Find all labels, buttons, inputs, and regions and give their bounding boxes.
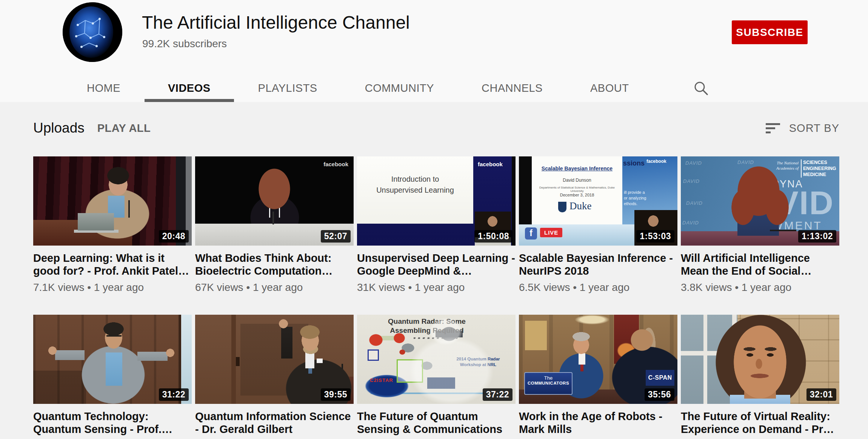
slide-date: December 3, 2018	[534, 193, 620, 197]
panel-caption-line: ethods.	[624, 201, 646, 207]
panel-caption-line: or analyzing	[624, 195, 646, 201]
channel-title: The Artificial Intelligence Channel	[142, 12, 410, 33]
search-icon	[693, 80, 709, 96]
video-title[interactable]: The Future of Virtual Reality: Experienc…	[681, 410, 839, 436]
panel-caption-line: ill provide a	[624, 190, 646, 195]
video-thumbnail[interactable]: 20:48	[33, 156, 192, 246]
video-title[interactable]: Will Artificial Intelligence Mean the En…	[681, 252, 839, 277]
video-card[interactable]: Introduction to Unsupervised Learning fa…	[357, 156, 516, 294]
slide-affiliation: Departments of Statistical Science & Mat…	[534, 186, 620, 193]
slide-title-line1: Introduction to	[357, 174, 473, 185]
duration-badge: 32:01	[806, 388, 836, 401]
tab-about[interactable]: ABOUT	[567, 74, 652, 102]
video-meta: 7.1K views • 1 year ago	[33, 281, 192, 294]
video-card[interactable]: Quantum Radar: Some Assembling Required …	[357, 315, 516, 439]
video-card[interactable]: 39:55 Quantum Information Science - Dr. …	[195, 315, 354, 439]
sort-by-button[interactable]: SORT BY	[766, 122, 839, 134]
video-card[interactable]: 20:48 Deep Learning: What is it good for…	[33, 156, 192, 294]
video-grid: 20:48 Deep Learning: What is it good for…	[33, 156, 868, 439]
facebook-logo-icon: f	[525, 227, 537, 240]
duration-badge: 1:13:02	[798, 230, 836, 243]
tab-playlists[interactable]: PLAYLISTS	[235, 74, 341, 102]
duke-logo-text: Duke	[569, 200, 591, 212]
video-thumbnail[interactable]: Quantum Radar: Some Assembling Required …	[357, 315, 516, 404]
video-meta: 67K views • 1 year ago	[195, 281, 354, 294]
duke-shield-icon	[558, 202, 566, 212]
channel-tabs: HOME VIDEOS PLAYLISTS COMMUNITY CHANNELS…	[63, 74, 722, 102]
cspan-logo: C-SPAN	[646, 370, 674, 386]
uploads-toolbar: Uploads PLAY ALL SORT BY	[33, 120, 839, 136]
slide-title: Introduction to Unsupervised Learning	[357, 174, 473, 196]
video-card[interactable]: DAVID DAVID DAVID DAVID DAVID The Nation…	[681, 156, 839, 294]
subscribe-button[interactable]: SUBSCRIBE	[732, 20, 808, 44]
channel-header: The Artificial Intelligence Channel 99.2…	[0, 0, 868, 102]
communicators-line: COMMUNICATORS	[525, 381, 572, 385]
video-title[interactable]: What Bodies Think About: Bioelectric Com…	[195, 252, 354, 277]
video-thumbnail[interactable]: The COMMUNICATORS C-SPAN 35:56	[519, 315, 677, 404]
tab-channels[interactable]: CHANNELS	[458, 74, 566, 102]
communicators-line: The	[525, 375, 572, 381]
duration-badge: 39:55	[321, 388, 351, 401]
tab-videos[interactable]: VIDEOS	[145, 74, 234, 102]
brain-circuit-avatar-icon	[63, 2, 122, 62]
video-title[interactable]: Quantum Technology: Quantum Sensing - Pr…	[33, 410, 192, 436]
video-thumbnail[interactable]: Scalable Bayesian Inference David Dunson…	[519, 156, 677, 246]
channel-avatar[interactable]	[63, 2, 122, 62]
video-thumbnail[interactable]: Introduction to Unsupervised Learning fa…	[357, 156, 516, 246]
video-meta: 31K views • 1 year ago	[357, 281, 516, 294]
video-thumbnail[interactable]: 39:55	[195, 315, 354, 404]
uploads-heading: Uploads	[33, 120, 85, 136]
slide-title-line2: Unsupervised Learning	[357, 185, 473, 196]
video-meta: 6.5K views • 1 year ago	[519, 281, 677, 294]
video-thumbnail[interactable]: 31:22	[33, 315, 192, 404]
video-card[interactable]: The COMMUNICATORS C-SPAN 35:56 Work in t…	[519, 315, 677, 439]
duration-badge: 31:22	[159, 388, 189, 401]
video-title[interactable]: Scalable Bayesian Inference - NeurIPS 20…	[519, 252, 677, 277]
sort-by-label: SORT BY	[789, 122, 839, 134]
sort-icon	[766, 123, 780, 133]
duration-badge: 35:56	[645, 388, 674, 401]
video-title[interactable]: Work in the Age of Robots - Mark Mills	[519, 410, 677, 436]
duration-badge: 20:48	[159, 230, 189, 243]
duration-badge: 1:53:03	[636, 230, 674, 243]
panel-text-fragment: ssions	[623, 159, 645, 167]
communicators-badge: The COMMUNICATORS	[524, 372, 573, 395]
video-meta: 3.8K views • 1 year ago	[681, 281, 839, 294]
video-card[interactable]: facebook 52:07 What Bodies Think About: …	[195, 156, 354, 294]
slide-speaker: David Dunson	[534, 178, 620, 183]
slide-title: Scalable Bayesian Inference	[534, 165, 620, 172]
play-all-button[interactable]: PLAY ALL	[97, 122, 151, 134]
tab-home[interactable]: HOME	[63, 74, 144, 102]
search-button[interactable]	[679, 74, 722, 102]
video-card[interactable]: Scalable Bayesian Inference David Dunson…	[519, 156, 677, 294]
tab-community[interactable]: COMMUNITY	[342, 74, 457, 102]
subscriber-count: 99.2K subscribers	[142, 38, 227, 50]
video-title[interactable]: Quantum Information Science - Dr. Gerald…	[195, 410, 354, 436]
facebook-watermark: facebook	[323, 161, 348, 167]
video-thumbnail[interactable]: facebook 52:07	[195, 156, 354, 246]
video-card[interactable]: 32:01 The Future of Virtual Reality: Exp…	[681, 315, 839, 439]
facebook-watermark: facebook	[478, 161, 503, 167]
live-badge: LIVE	[540, 228, 562, 237]
video-thumbnail[interactable]: 32:01	[681, 315, 839, 404]
video-thumbnail[interactable]: DAVID DAVID DAVID DAVID DAVID The Nation…	[681, 156, 839, 246]
video-card[interactable]: 31:22 Quantum Technology: Quantum Sensin…	[33, 315, 192, 439]
duration-badge: 37:22	[483, 388, 512, 401]
duration-badge: 1:50:08	[474, 230, 512, 243]
panel-caption: ill provide a or analyzing ethods.	[624, 190, 646, 207]
video-title[interactable]: Deep Learning: What is it good for? - Pr…	[33, 252, 192, 277]
video-title[interactable]: Unsupervised Deep Learning - Google Deep…	[357, 252, 516, 277]
facebook-watermark: facebook	[646, 159, 666, 164]
duration-badge: 52:07	[321, 230, 351, 243]
video-title[interactable]: The Future of Quantum Sensing & Communic…	[357, 410, 516, 436]
